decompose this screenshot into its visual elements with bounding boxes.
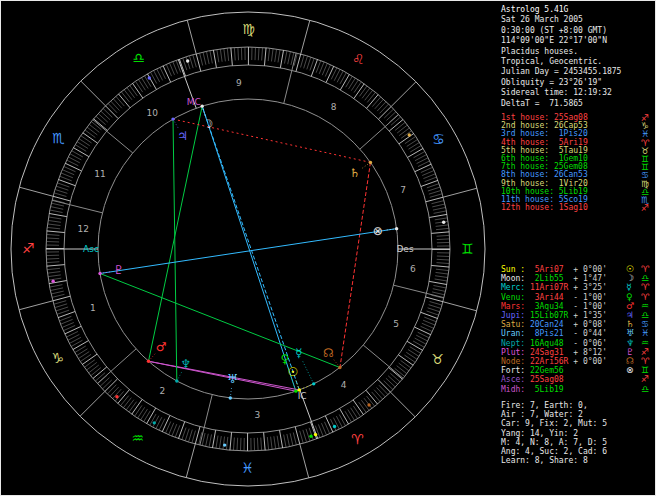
planet-label: Asce: (501, 375, 530, 384)
planet-glyph-mars: ♂ (156, 340, 167, 354)
planet-ring-marker (223, 443, 226, 446)
stat-line: Learn: 8, Share: 8 (501, 456, 656, 465)
planet-latitude-value: + 0°00' (568, 357, 607, 366)
planet-position-value: 8Pis21 (530, 329, 569, 338)
house-cusp-line (284, 53, 296, 103)
house-number: 7 (400, 185, 406, 195)
sign-glyph: ♒ (641, 339, 649, 347)
planet-label: Mars: (501, 302, 530, 311)
sign-glyph: ♋ (641, 320, 649, 328)
planet-label: Uran: (501, 329, 530, 338)
planet-leader-line (303, 361, 314, 383)
astrolog-window: ♈♉♊♋♌♍♎♏♐♑♒♓123456789101112☉☽☿♀♂♃♄♅♆♇☊⊗A… (0, 0, 656, 496)
sign-glyph: ♍ (242, 21, 255, 37)
planet-ring-marker (333, 425, 336, 428)
house-number: 9 (236, 78, 242, 88)
angle-label-ic: IC (298, 391, 307, 401)
planet-position-value: 22Gem56 (530, 366, 569, 375)
planet-ring-marker (153, 421, 156, 424)
house-cusp-line (200, 395, 212, 445)
planet-glyph: ♆ (626, 339, 634, 347)
info-line: Obliquity = 23°26'19" (501, 78, 656, 88)
info-line: 0:30:00 (ST +8:00 GMT) (501, 26, 656, 36)
planet-ring-marker (148, 76, 151, 79)
planet-ring-marker (314, 433, 317, 436)
planet-glyph-fort: ⊗ (373, 224, 383, 238)
planet-ring-marker (309, 434, 312, 437)
planet-latitude-value: + 1°47' (568, 274, 607, 283)
planet-row: Merc: 11Ari07R + 3°25'☿♈ (501, 283, 656, 292)
house-number: 3 (254, 410, 260, 420)
info-line: Astrolog 5.41G (501, 5, 656, 15)
planet-label: Nept: (501, 339, 530, 348)
planet-label: Merc: (501, 283, 530, 292)
sign-glyph: ♈ (641, 265, 649, 273)
aspect-line-satu-node (340, 162, 371, 367)
sign-glyph: ♓ (241, 460, 254, 476)
sign-boundary-line (187, 20, 196, 54)
chart-wheel: ♈♉♊♋♌♍♎♏♐♑♒♓123456789101112☉☽☿♀♂♃♄♅♆♇☊⊗A… (1, 1, 498, 496)
house-label: 12th house: (501, 203, 554, 212)
planet-position-value: 16Aqu48 (530, 339, 569, 348)
house-row: 12th house: 1Sag10♐ (501, 204, 656, 212)
info-line: 114°09'00"E 22°17'00"N (501, 36, 656, 46)
planet-latitude-value: + 3°25' (568, 283, 607, 292)
house-number: 2 (160, 386, 166, 396)
planet-glyph: ♀ (626, 293, 633, 301)
stat-line: Yang: 14, Yin: 2 (501, 429, 656, 438)
sign-glyph: ♐ (641, 348, 649, 356)
stat-line: M: 4, N: 8, A: 7, D: 5 (501, 438, 656, 447)
planet-glyph: ⊗ (626, 366, 634, 374)
aspect-lines (100, 106, 397, 391)
planet-position-value: 25Sag08 (530, 375, 569, 384)
planet-ring-marker (408, 133, 411, 136)
planet-glyph-node: ☊ (323, 346, 334, 360)
planet-label: Plut: (501, 348, 530, 357)
sign-glyph: ♌ (352, 51, 365, 67)
planet-glyph: ☉ (626, 265, 634, 273)
sign-glyph: ♑ (51, 350, 64, 366)
planet-latitude-value: + 1°35' (568, 311, 607, 320)
sign-boundary-line (80, 392, 105, 417)
planet-position-value: 11Ari07R (530, 283, 569, 292)
house-number: 11 (94, 169, 105, 179)
degree-tick-ring (46, 47, 450, 451)
house-numbers: 123456789101112 (78, 78, 416, 419)
planet-glyph-nept: ♆ (180, 357, 191, 371)
angle-label-asc: Asc (83, 244, 99, 254)
planet-glyph: ☿ (626, 283, 632, 291)
aspect-line-mars-venu (148, 361, 295, 391)
planet-latitude-value: + 8°12' (568, 348, 607, 357)
planet-position-value: 2Lib55 (530, 274, 569, 283)
aspect-line-moon-mars (148, 106, 202, 361)
planet-latitude-value: + 0°00' (568, 265, 607, 274)
planet-glyph-uran: ♅ (227, 372, 238, 386)
aspect-line-jupi-nept (173, 119, 177, 381)
info-line: Julian Day = 2453455.1875 (501, 67, 656, 77)
sign-glyph: ♉ (432, 351, 445, 367)
sign-boundary-line (443, 188, 477, 197)
sign-boundary-line (186, 444, 195, 478)
sign-glyph: ♎ (641, 311, 649, 319)
stat-line: Fire: 7, Earth: 0, (501, 401, 656, 410)
sign-glyph: ♓ (641, 329, 649, 337)
house-number: 8 (331, 102, 337, 112)
aspect-line-plut-node (100, 273, 340, 367)
planet-glyph: ♃ (626, 311, 634, 319)
sign-glyph: ♋ (432, 131, 445, 147)
planet-row: Asce: 25Sag08 ♐ (501, 375, 656, 384)
info-line: Placidus houses. (501, 47, 656, 57)
planet-glyphs: ☉☽☿♀♂♃♄♅♆♇☊⊗ (51, 59, 445, 447)
planet-glyph-jupi: ♃ (177, 129, 188, 143)
house-cusp-value: 1Sag10 (554, 203, 588, 212)
sign-glyph: ♒ (641, 302, 649, 310)
house-cusp-line (52, 200, 102, 213)
planet-label: Moon: (501, 274, 530, 283)
planet-ring-marker (51, 280, 54, 283)
aspect-line-plut-fort (100, 229, 397, 274)
planet-label: Sun : (501, 265, 530, 274)
sign-boundary-line (301, 20, 310, 54)
aspect-line-moon-venu (202, 106, 296, 391)
planet-row: Moon: 2Lib55 + 1°47'☽♎ (501, 274, 656, 283)
house-cusp-list: 1st house: 25Sag08♐2nd house: 26Cap53♑3r… (501, 114, 656, 212)
